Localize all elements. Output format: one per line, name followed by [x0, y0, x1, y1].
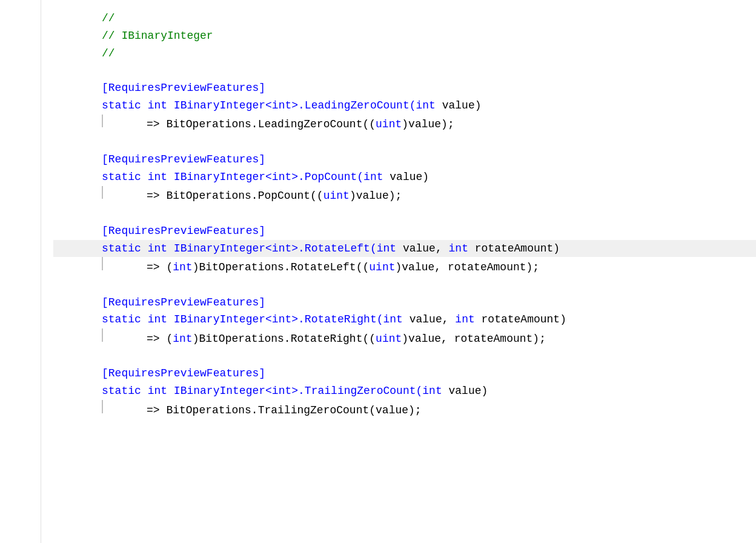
code-line — [53, 276, 756, 294]
line-numbers-gutter — [0, 0, 41, 543]
code-content[interactable]: //// IBinaryInteger// [RequiresPreviewFe… — [41, 0, 756, 543]
code-line: => (int)BitOperations.RotateRight((uint)… — [53, 328, 756, 347]
code-line: => BitOperations.TrailingZeroCount(value… — [53, 400, 756, 419]
code-line: [RequiresPreviewFeatures] — [53, 294, 756, 311]
code-line: // — [53, 45, 756, 62]
code-line — [53, 62, 756, 79]
code-line: => BitOperations.PopCount((uint)value); — [53, 186, 756, 205]
code-line: // IBinaryInteger — [53, 27, 756, 45]
code-line: [RequiresPreviewFeatures] — [53, 222, 756, 240]
code-line: static int IBinaryInteger<int>.RotateRig… — [53, 311, 756, 328]
code-editor: //// IBinaryInteger// [RequiresPreviewFe… — [0, 0, 756, 543]
code-line — [53, 348, 756, 365]
code-line: => (int)BitOperations.RotateLeft((uint)v… — [53, 257, 756, 276]
code-line — [53, 205, 756, 222]
code-line: => BitOperations.LeadingZeroCount((uint)… — [53, 115, 756, 133]
code-line: static int IBinaryInteger<int>.RotateLef… — [53, 240, 756, 258]
code-line: static int IBinaryInteger<int>.TrailingZ… — [53, 382, 756, 400]
code-line: static int IBinaryInteger<int>.LeadingZe… — [53, 97, 756, 115]
code-line: [RequiresPreviewFeatures] — [53, 365, 756, 382]
code-line — [53, 133, 756, 151]
code-line: [RequiresPreviewFeatures] — [53, 79, 756, 97]
code-line: [RequiresPreviewFeatures] — [53, 151, 756, 168]
code-line: // — [53, 10, 756, 27]
code-line: static int IBinaryInteger<int>.PopCount(… — [53, 168, 756, 186]
